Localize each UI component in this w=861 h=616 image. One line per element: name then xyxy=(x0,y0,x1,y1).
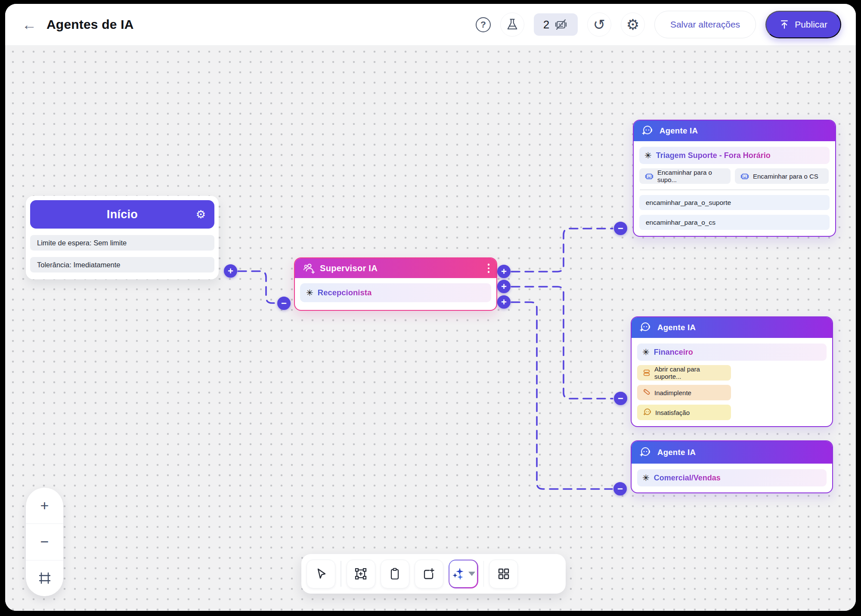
agent-node-header[interactable]: Agente IA xyxy=(632,441,832,464)
help-icon[interactable]: ? xyxy=(476,17,491,32)
toolbar-right: ? 2 xyxy=(476,11,841,38)
frame-plus-icon xyxy=(354,567,368,581)
chip-insatisfacao[interactable]: Insatisfação xyxy=(637,405,731,420)
robot-sparkle-icon xyxy=(638,321,651,334)
clipboard-button[interactable] xyxy=(381,560,409,588)
agent-name: Triagem Suporte - Fora Horário xyxy=(656,151,771,160)
start-node-title: Início xyxy=(107,208,138,221)
chip-encaminhar-cs[interactable]: Encaminhar para o CS xyxy=(735,168,829,184)
flask-icon xyxy=(506,18,519,31)
chip-label: Insatisfação xyxy=(655,409,690,416)
supervisor-agent-label: Recepcionista xyxy=(318,288,372,297)
port-remove-agent-comercial[interactable]: − xyxy=(613,482,627,495)
zoom-out-button[interactable]: − xyxy=(26,523,63,560)
agent-name: Financeiro xyxy=(654,348,693,357)
sparkles-icon xyxy=(451,566,466,581)
history-icon: ↺ xyxy=(593,17,606,32)
zoom-in-button[interactable]: + xyxy=(26,488,63,523)
start-node[interactable]: Início ⚙ Limite de espera: Sem limite To… xyxy=(26,196,219,279)
robot-disabled-icon xyxy=(554,17,568,32)
chip-label: Encaminhar para o supo... xyxy=(657,169,725,183)
port-remove-agent-triagem[interactable]: − xyxy=(614,222,627,235)
agent-limit-badge[interactable]: 2 xyxy=(534,13,578,36)
toolbar-divider xyxy=(483,561,484,587)
agent-name-row[interactable]: ✳ Financeiro xyxy=(637,344,827,361)
openai-icon: ✳ xyxy=(306,288,313,298)
wire-supervisor-to-agent3 xyxy=(511,302,612,489)
flow-canvas[interactable]: Início ⚙ Limite de espera: Sem limite To… xyxy=(5,46,856,611)
frame-icon xyxy=(38,572,51,585)
add-section-button[interactable] xyxy=(415,560,443,588)
clipboard-icon xyxy=(389,567,401,580)
top-bar: ← Agentes de IA ? 2 xyxy=(5,4,856,46)
agent-node-header[interactable]: Agente IA xyxy=(632,317,832,338)
agent-chip-row: Encaminhar para o supo... xyxy=(639,168,830,184)
user-group-plus-icon xyxy=(303,263,315,274)
page-title: Agentes de IA xyxy=(46,17,134,32)
port-add-supervisor-output-3[interactable]: + xyxy=(497,295,511,309)
ai-tools-button[interactable] xyxy=(449,560,478,588)
supervisor-node[interactable]: Supervisor IA ✳ Recepcionista xyxy=(294,257,497,311)
start-node-gear-icon[interactable]: ⚙ xyxy=(196,208,206,221)
port-add-supervisor-output-1[interactable]: + xyxy=(497,265,511,278)
agent-node-financeiro[interactable]: Agente IA ✳ Financeiro Abr xyxy=(631,316,833,427)
agent-name: Comercial/Vendas xyxy=(654,474,721,483)
wire-supervisor-to-agent1 xyxy=(511,229,613,272)
back-button[interactable]: ← xyxy=(20,15,39,34)
supervisor-agent-row[interactable]: ✳ Recepcionista xyxy=(300,283,491,302)
port-remove-supervisor-input[interactable]: − xyxy=(277,297,291,310)
supervisor-node-body: ✳ Recepcionista xyxy=(295,278,496,307)
agent-node-triagem[interactable]: Agente IA ✳ Triagem Suporte - Fora Horár… xyxy=(633,120,836,237)
test-flask-button[interactable] xyxy=(500,12,524,37)
port-add-before-supervisor[interactable]: + xyxy=(224,264,237,278)
function-row[interactable]: encaminhar_para_o_cs xyxy=(639,215,830,230)
robot-sparkle-icon xyxy=(641,124,653,137)
supervisor-node-title: Supervisor IA xyxy=(320,263,378,273)
chip-label: Abrir canal para suporte... xyxy=(654,365,726,380)
port-remove-agent-financeiro[interactable]: − xyxy=(614,392,627,405)
app-window: ← Agentes de IA ? 2 xyxy=(5,4,856,611)
settings-button[interactable]: ⚙ xyxy=(621,12,645,37)
function-row[interactable]: encaminhar_para_o_suporte xyxy=(639,195,830,210)
robot-icon xyxy=(644,171,654,181)
port-add-supervisor-output-2[interactable]: + xyxy=(497,280,511,293)
openai-icon: ✳ xyxy=(642,473,650,483)
history-button[interactable]: ↺ xyxy=(587,12,611,37)
chip-inadimplente[interactable]: Inadimplente xyxy=(637,385,731,400)
zoom-controls: + − xyxy=(26,488,63,596)
fit-view-button[interactable] xyxy=(26,560,63,596)
kebab-menu-icon[interactable] xyxy=(488,263,490,273)
publish-button[interactable]: Publicar xyxy=(765,11,841,38)
chip-abrir-canal[interactable]: Abrir canal para suporte... xyxy=(637,365,731,381)
robot-sparkle-icon xyxy=(638,446,651,459)
openai-icon: ✳ xyxy=(644,150,652,161)
agent-name-row[interactable]: ✳ Triagem Suporte - Fora Horário xyxy=(639,147,830,164)
square-plus-icon xyxy=(422,567,435,580)
agent-node-comercial[interactable]: Agente IA ✳ Comercial/Vendas xyxy=(631,440,833,493)
start-node-row-tolerance: Tolerância: Imediatamente xyxy=(30,257,214,272)
cursor-icon xyxy=(315,567,328,580)
chip-label: Encaminhar para o CS xyxy=(753,173,818,180)
select-tool-button[interactable] xyxy=(307,560,335,588)
agent-node-body: ✳ Comercial/Vendas xyxy=(632,464,832,492)
chip-encaminhar-suporte[interactable]: Encaminhar para o supo... xyxy=(639,168,731,184)
agent-node-title: Agente IA xyxy=(660,126,698,136)
grid-icon xyxy=(497,567,510,580)
agent-node-header[interactable]: Agente IA xyxy=(634,121,835,141)
toolbar-divider xyxy=(341,561,341,587)
agent-chip-row: Abrir canal para suporte... Inadimplente xyxy=(637,365,827,420)
wire-supervisor-to-agent2 xyxy=(511,287,613,399)
wire-start-to-supervisor xyxy=(238,271,276,303)
save-changes-button[interactable]: Salvar alterações xyxy=(654,11,756,38)
agent-node-body: ✳ Triagem Suporte - Fora Horário xyxy=(634,141,835,236)
chip-label: Inadimplente xyxy=(654,389,691,396)
agent-name-row[interactable]: ✳ Comercial/Vendas xyxy=(637,469,827,486)
upload-icon xyxy=(779,19,790,30)
start-node-header[interactable]: Início ⚙ xyxy=(30,200,214,229)
chevron-down-icon xyxy=(468,572,475,576)
templates-grid-button[interactable] xyxy=(489,560,518,588)
frame-select-button[interactable] xyxy=(347,560,375,588)
supervisor-node-header[interactable]: Supervisor IA xyxy=(295,258,496,278)
agent-node-title: Agente IA xyxy=(657,448,696,457)
agent-node-body: ✳ Financeiro Abrir canal para suporte... xyxy=(632,338,832,426)
